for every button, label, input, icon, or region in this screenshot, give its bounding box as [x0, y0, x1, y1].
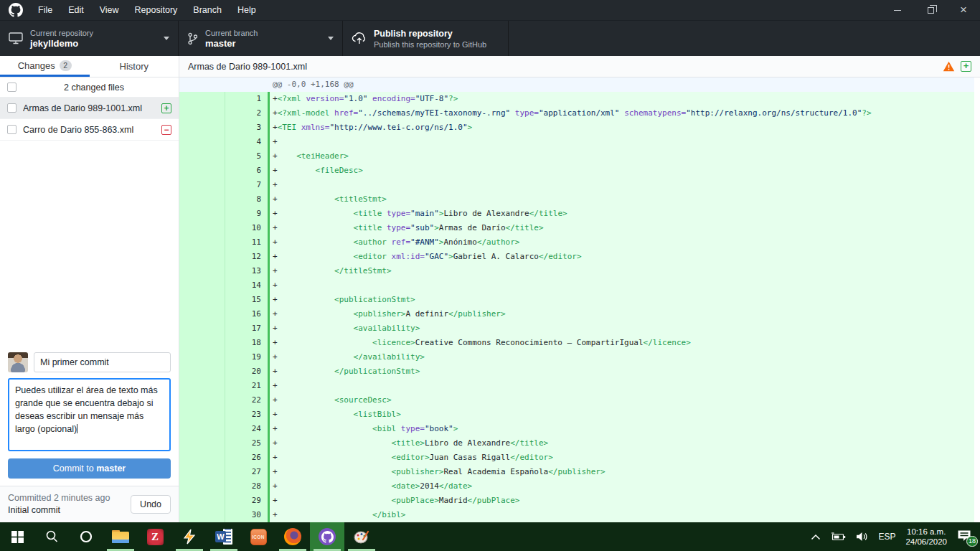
tab-history[interactable]: History — [90, 56, 179, 77]
tab-changes-label: Changes — [18, 60, 55, 71]
system-tray: ESP 10:16 a.m. 24/06/2020 18 — [811, 522, 980, 551]
expand-diff-icon[interactable]: + — [961, 61, 971, 72]
window-controls: × — [881, 0, 980, 20]
menu-file[interactable]: File — [30, 0, 60, 20]
current-repository-dropdown[interactable]: Current repository jekylldemo — [0, 21, 179, 56]
menu-branch[interactable]: Branch — [185, 0, 230, 20]
diff-line: 7+ — [179, 178, 974, 192]
commit-summary-input[interactable] — [34, 352, 171, 372]
taskbar-paint[interactable] — [344, 522, 379, 551]
search-button[interactable] — [34, 522, 69, 551]
publish-repository-title: Publish repository — [374, 28, 499, 39]
cortana-button[interactable] — [69, 522, 103, 551]
tab-history-label: History — [120, 61, 149, 72]
commit-button-branch: master — [96, 463, 126, 474]
diff-line: 5+ <teiHeader> — [179, 149, 974, 164]
monitor-icon — [9, 32, 23, 44]
current-repository-value: jekylldemo — [30, 38, 154, 50]
file-row[interactable]: Carro de Dario 855-863.xml− — [0, 119, 179, 141]
committed-time-text: Committed 2 minutes ago — [8, 492, 110, 504]
select-all-checkbox[interactable] — [7, 83, 17, 92]
restore-button[interactable] — [914, 0, 947, 20]
commit-button-prefix: Commit to — [53, 463, 96, 474]
search-icon — [44, 529, 59, 544]
taskbar-github-desktop[interactable] — [310, 522, 344, 551]
menu-repository[interactable]: Repository — [127, 0, 186, 20]
file-status-added-icon: + — [161, 103, 171, 113]
warning-icon[interactable] — [943, 61, 955, 72]
file-explorer-icon — [112, 530, 129, 543]
cortana-icon — [79, 529, 93, 544]
menu-view[interactable]: View — [92, 0, 127, 20]
start-button[interactable] — [0, 522, 34, 551]
close-button[interactable]: × — [947, 0, 980, 20]
diff-file-header: Armas de Dario 989-1001.xml + — [179, 56, 980, 77]
diff-line: 23+ <listBibl> — [179, 408, 974, 422]
diff-line: 30+ </bibl> — [179, 508, 974, 522]
git-branch-icon — [187, 32, 198, 45]
diff-line: 1+<?xml version="1.0" encoding="UTF-8"?> — [179, 92, 974, 106]
diff-line: 11+ <author ref="#ANM">Anónimo</author> — [179, 235, 974, 250]
language-indicator[interactable]: ESP — [878, 532, 895, 542]
sidebar-tabs: Changes 2 History — [0, 56, 179, 77]
file-checkbox[interactable] — [7, 103, 17, 113]
diff-line: 22+ <sourceDesc> — [179, 393, 974, 408]
minimize-button[interactable] — [881, 0, 914, 20]
current-branch-dropdown[interactable]: Current branch master — [179, 21, 343, 56]
firefox-icon — [284, 528, 301, 545]
volume-icon[interactable] — [856, 532, 868, 542]
action-center-button[interactable]: 18 — [957, 529, 973, 544]
file-status-removed-icon: − — [161, 125, 171, 135]
chevron-down-icon — [164, 37, 169, 40]
taskbar-firefox[interactable] — [275, 522, 310, 551]
current-branch-label: Current branch — [205, 28, 318, 38]
diff-line: 6+ <fileDesc> — [179, 164, 974, 178]
menu-help[interactable]: Help — [230, 0, 264, 20]
file-row[interactable]: Armas de Dario 989-1001.xml+ — [0, 98, 179, 119]
diff-line: 3+<TEI xmlns="http://www.tei-c.org/ns/1.… — [179, 121, 974, 135]
taskbar-word[interactable]: W — [207, 522, 241, 551]
tab-changes[interactable]: Changes 2 — [0, 56, 90, 77]
taskbar: Z W ICON ESP 10:16 a.m. 24/06/2020 — [0, 522, 980, 551]
diff-line: 4+ — [179, 135, 974, 149]
diff-filename: Armas de Dario 989-1001.xml — [188, 62, 307, 72]
word-icon: W — [215, 529, 232, 545]
undo-bar: Committed 2 minutes ago Initial commit U… — [0, 486, 179, 522]
diff-line: 12+ <editor xml:id="GAC">Gabriel A. Cala… — [179, 250, 974, 264]
changed-files-count: 2 changed files — [17, 83, 171, 93]
clock[interactable]: 10:16 a.m. 24/06/2020 — [905, 527, 947, 547]
file-checkbox[interactable] — [7, 125, 17, 134]
tray-chevron-up-icon[interactable] — [811, 534, 821, 540]
commit-description-textarea[interactable]: Puedes utilizar el área de texto más gra… — [8, 378, 171, 451]
publish-repository-button[interactable]: Publish repository Publish this reposito… — [343, 21, 509, 56]
cloud-upload-icon — [352, 32, 367, 45]
changes-count-badge: 2 — [60, 60, 72, 71]
windows-logo-icon — [11, 531, 24, 543]
diff-line: 17+ <availability> — [179, 321, 974, 336]
diff-line: 14+ — [179, 278, 974, 293]
github-logo-icon — [9, 3, 23, 17]
diff-line: 20+ </publicationStmt> — [179, 364, 974, 379]
diff-line: 9+ <title type="main">Libro de Alexandre… — [179, 207, 974, 221]
winamp-icon — [182, 529, 197, 545]
icon-workshop-icon: ICON — [250, 529, 267, 545]
paint-icon — [353, 528, 370, 545]
current-repository-label: Current repository — [30, 28, 154, 38]
diff-line: 10+ <title type="sub">Armas de Darío</ti… — [179, 221, 974, 235]
taskbar-icon-workshop[interactable]: ICON — [241, 522, 275, 551]
taskbar-winamp[interactable] — [172, 522, 207, 551]
diff-line: 8+ <titleStmt> — [179, 192, 974, 207]
diff-line: 18+ <licence>Creative Commons Reconocimi… — [179, 336, 974, 350]
undo-button[interactable]: Undo — [131, 495, 171, 514]
diff-body: @@ -0,0 +1,168 @@ 1+<?xml version="1.0" … — [179, 77, 974, 522]
taskbar-zotero[interactable]: Z — [138, 522, 172, 551]
commit-to-master-button[interactable]: Commit to master — [8, 458, 171, 479]
taskbar-file-explorer[interactable] — [103, 522, 138, 551]
sidebar-empty-area — [0, 141, 179, 346]
battery-icon[interactable] — [831, 532, 846, 542]
menu-edit[interactable]: Edit — [60, 0, 92, 20]
restore-icon — [928, 7, 934, 14]
github-desktop-icon — [319, 528, 336, 545]
diff-line: 25+ <title>Libro de Alexandre</title> — [179, 436, 974, 451]
title-bar: FileEditViewRepositoryBranchHelp × — [0, 0, 980, 20]
